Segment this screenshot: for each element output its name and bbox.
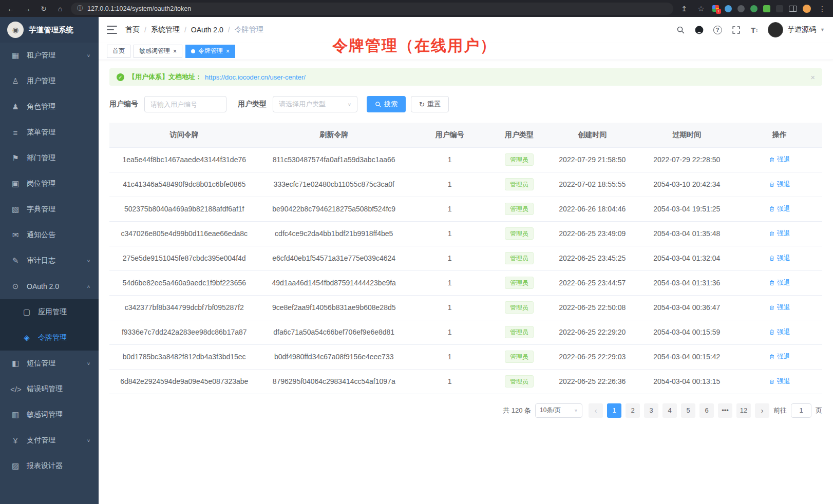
- sidebar-item-pay[interactable]: ¥支付管理∨: [0, 428, 99, 453]
- page-button-2[interactable]: 2: [626, 403, 640, 418]
- profile-avatar[interactable]: [803, 5, 811, 13]
- force-logout-button[interactable]: 强退: [769, 204, 790, 214]
- goto-label: 前往: [773, 406, 787, 415]
- browser-back-button[interactable]: ←: [5, 3, 16, 14]
- force-logout-button[interactable]: 强退: [769, 254, 790, 263]
- sidebar-item-sensitive[interactable]: ▥敏感词管理: [0, 402, 99, 428]
- page-button-6[interactable]: 6: [699, 403, 714, 418]
- address-bar[interactable]: ⓘ 127.0.0.1:1024/system/oauth2/token: [71, 3, 673, 15]
- browser-forward-button[interactable]: →: [22, 3, 33, 14]
- force-logout-button[interactable]: 强退: [769, 155, 790, 164]
- tab-close-icon[interactable]: ×: [226, 48, 230, 54]
- tab-label: 敏感词管理: [139, 47, 170, 55]
- refresh-token-cell: 811c530487574fa0af1a59d3abc1aa66: [259, 147, 408, 172]
- access-token-cell: b0d1785bc3a8482f812db4a3f3bd15ec: [109, 344, 259, 369]
- share-icon[interactable]: ↥: [678, 3, 690, 14]
- tab-home[interactable]: 首页: [107, 45, 130, 58]
- sidebar-item-oauth[interactable]: ⊙OAuth 2.0∧: [0, 274, 99, 299]
- search-button[interactable]: 搜索: [367, 96, 406, 112]
- force-logout-button[interactable]: 强退: [769, 327, 790, 337]
- extension-puzzle-icon[interactable]: [763, 5, 770, 12]
- browser-menu-icon[interactable]: ⋮: [817, 3, 828, 14]
- force-logout-button[interactable]: 强退: [769, 377, 790, 386]
- breadcrumb-system[interactable]: 系统管理: [151, 25, 180, 34]
- help-icon[interactable]: ?: [712, 25, 723, 35]
- sidebar-item-audit[interactable]: ✎审计日志∨: [0, 248, 99, 274]
- page-button-12[interactable]: 12: [736, 403, 751, 418]
- sidebar-item-token[interactable]: ◈令牌管理: [0, 325, 99, 351]
- extension-gray-icon[interactable]: [737, 5, 745, 12]
- browser-toolbar: ← → ↻ ⌂ ⓘ 127.0.0.1:1024/system/oauth2/t…: [0, 0, 833, 17]
- goto-page-input[interactable]: [791, 403, 811, 418]
- pagination-ellipsis[interactable]: •••: [718, 403, 732, 418]
- extension-dark-icon[interactable]: [776, 5, 783, 12]
- department-icon: ⚑: [10, 153, 21, 163]
- col-user-type: 用户类型: [491, 123, 548, 147]
- doc-link[interactable]: https://doc.iocoder.cn/user-center/: [205, 73, 306, 81]
- page-button-5[interactable]: 5: [681, 403, 695, 418]
- sidebar-item-post[interactable]: ▣岗位管理: [0, 171, 99, 197]
- reset-button[interactable]: ↻ 重置: [411, 96, 449, 112]
- access-token-cell: f9336e7c7dd242a283ee98dc86b17a87: [109, 320, 259, 344]
- page-button-4[interactable]: 4: [662, 403, 677, 418]
- user-id-label: 用户编号: [109, 100, 138, 109]
- tab-token-management[interactable]: 令牌管理 ×: [185, 45, 235, 58]
- chevron-down-icon: ∨: [574, 408, 578, 413]
- col-refresh-token: 刷新令牌: [259, 123, 408, 147]
- search-icon[interactable]: [675, 25, 686, 35]
- user-id-cell: 1: [409, 320, 491, 344]
- force-logout-button[interactable]: 强退: [769, 229, 790, 238]
- font-size-icon[interactable]: T↕: [749, 25, 760, 35]
- app-logo-row[interactable]: ◉ 芋道管理系统: [0, 17, 99, 43]
- sidebar-item-dict[interactable]: ▧字典管理: [0, 197, 99, 222]
- github-icon[interactable]: [694, 25, 704, 35]
- user-type-badge: 管理员: [505, 203, 534, 215]
- alert-close-icon[interactable]: ×: [810, 73, 815, 82]
- action-cell: 强退: [736, 369, 822, 394]
- expires-at-cell: 2054-03-04 00:15:59: [637, 320, 736, 344]
- breadcrumb-oauth[interactable]: OAuth 2.0: [191, 26, 223, 34]
- extensions-grid-icon[interactable]: 1: [712, 5, 719, 12]
- prev-page-button[interactable]: ‹: [589, 403, 603, 418]
- created-at-cell: 2022-06-25 23:49:09: [548, 221, 637, 246]
- extension-badge: 1: [716, 9, 721, 14]
- url-text: 127.0.0.1:1024/system/oauth2/token: [87, 5, 191, 12]
- force-logout-label: 强退: [777, 180, 790, 189]
- page-size-select[interactable]: 10条/页 ∨: [535, 403, 582, 418]
- extension-blue-icon[interactable]: [725, 5, 732, 12]
- user-id-input[interactable]: [144, 96, 226, 112]
- force-logout-button[interactable]: 强退: [769, 278, 790, 287]
- sidebar-item-report[interactable]: ▨报表设计器: [0, 453, 99, 479]
- user-type-select[interactable]: 请选择用户类型 ∨: [273, 96, 357, 112]
- sidebar-item-errcode[interactable]: </>错误码管理: [0, 376, 99, 402]
- sidebar-item-sms[interactable]: ◧短信管理∨: [0, 351, 99, 376]
- refresh-token-cell: 333ecfc71e02480cb11055c875c3ca0f: [259, 172, 408, 197]
- sidebar-item-user[interactable]: ♙用户管理: [0, 68, 99, 94]
- filter-form: 用户编号 用户类型 请选择用户类型 ∨ 搜索 ↻ 重置: [109, 96, 822, 112]
- sidebar-item-role[interactable]: ♟角色管理: [0, 94, 99, 120]
- tab-close-icon[interactable]: ×: [173, 48, 177, 54]
- sidebar-item-menu[interactable]: ≡菜单管理: [0, 120, 99, 145]
- sidebar-item-dept[interactable]: ⚑部门管理: [0, 145, 99, 171]
- fullscreen-icon[interactable]: [731, 25, 741, 35]
- user-type-badge: 管理员: [505, 252, 534, 264]
- page-button-1[interactable]: 1: [607, 403, 621, 418]
- force-logout-button[interactable]: 强退: [769, 180, 790, 189]
- browser-reload-button[interactable]: ↻: [38, 3, 49, 14]
- sidebar-item-notice[interactable]: ✉通知公告: [0, 222, 99, 248]
- sidebar-item-tenant[interactable]: ▦租户管理∨: [0, 43, 99, 68]
- force-logout-button[interactable]: 强退: [769, 352, 790, 361]
- user-menu[interactable]: 芋道源码 ▼: [768, 22, 825, 37]
- force-logout-button[interactable]: 强退: [769, 303, 790, 312]
- page-button-3[interactable]: 3: [644, 403, 658, 418]
- sidebar-collapse-icon[interactable]: [107, 26, 117, 34]
- tab-sensitive-word[interactable]: 敏感词管理 ×: [134, 45, 182, 58]
- bookmark-star-icon[interactable]: ☆: [695, 3, 707, 14]
- next-page-button[interactable]: ›: [755, 403, 769, 418]
- sidebar-item-app[interactable]: ▢应用管理: [0, 299, 99, 325]
- split-view-icon[interactable]: [789, 6, 797, 12]
- breadcrumb-home[interactable]: 首页: [125, 25, 140, 34]
- site-info-icon[interactable]: ⓘ: [77, 4, 83, 13]
- browser-home-button[interactable]: ⌂: [54, 3, 66, 14]
- extension-green-icon[interactable]: [750, 5, 758, 12]
